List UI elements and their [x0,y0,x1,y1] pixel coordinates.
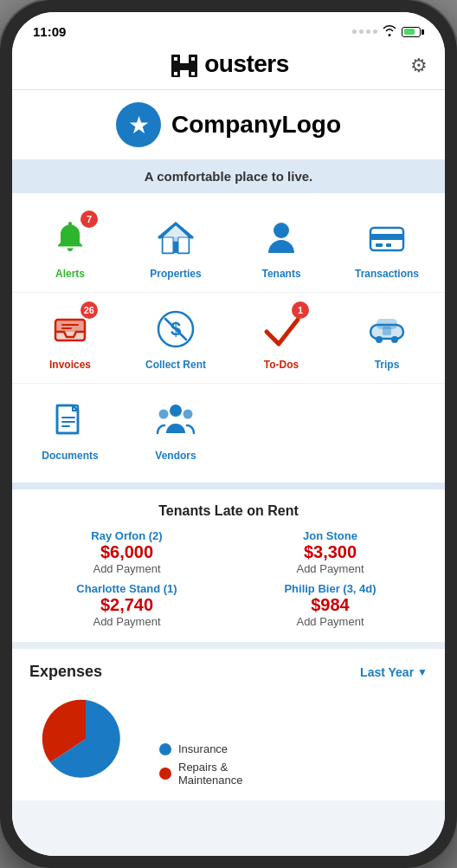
tenants-icon-wrapper [257,214,306,262]
alerts-icon-wrapper: 7 [46,214,94,262]
svg-rect-30 [57,405,78,433]
expenses-section: Expenses Last Year ▼ [12,649,445,800]
menu-item-todos[interactable]: 1 To-Dos [228,296,334,379]
svg-rect-13 [173,243,178,253]
app-logo: ousters [168,48,289,81]
todos-icon-wrapper: 1 [257,305,306,353]
expenses-filter[interactable]: Last Year ▼ [360,665,428,679]
svg-rect-18 [386,243,391,247]
battery-icon [402,27,424,37]
svg-rect-6 [191,72,195,75]
tenant-name-charlotte: Charlotte Stand (1) [76,582,177,595]
menu-row-2: 26 Invoices [12,293,445,384]
documents-icon [48,398,92,442]
invoices-icon-wrapper: 26 [46,305,94,353]
tenant-amount-philip: $984 [311,595,350,615]
menu-item-alerts[interactable]: 7 Alerts [17,205,123,288]
properties-icon-wrapper [151,214,200,262]
trips-icon [365,308,409,351]
tenant-name-jon: Jon Stone [303,529,357,542]
svg-rect-5 [174,72,177,75]
menu-item-collect-rent[interactable]: $ Collect Rent [123,296,228,379]
company-logo-circle: ★ [116,102,161,147]
svg-rect-12 [178,237,189,253]
properties-label: Properties [150,268,201,280]
legend-dot-repairs [159,768,171,780]
screen: 11:09 [12,12,445,856]
menu-item-trips[interactable]: Trips [334,296,440,379]
menu-item-transactions[interactable]: Transactions [334,205,440,288]
tagline-text: A comfortable place to live. [145,169,313,184]
svg-point-36 [183,410,193,419]
documents-icon-wrapper [46,396,94,444]
legend-dot-insurance [159,743,171,755]
vendors-icon [154,398,197,442]
menu-item-documents[interactable]: Documents [17,387,123,470]
late-rent-title: Tenants Late on Rent [29,503,428,519]
tenant-amount-ray: $6,000 [100,542,153,562]
tenant-name-philip: Philip Bier (3, 4d) [284,582,376,595]
svg-point-35 [159,410,169,419]
tenant-amount-jon: $3,300 [304,542,357,562]
documents-label: Documents [42,450,98,462]
svg-point-14 [274,223,289,238]
expenses-legend: Insurance Repairs &Maintenance [159,742,242,787]
svg-point-28 [391,336,398,343]
add-payment-charlotte[interactable]: Add Payment [93,615,160,628]
tenant-item-jon: Jon Stone $3,300 Add Payment [233,529,428,575]
expenses-header: Expenses Last Year ▼ [29,663,428,681]
menu-item-tenants[interactable]: Tenants [228,205,334,288]
properties-icon [154,217,197,260]
invoices-badge: 26 [80,301,98,319]
settings-button[interactable]: ⚙ [410,55,428,77]
menu-item-vendors[interactable]: Vendors [123,387,228,470]
add-payment-jon[interactable]: Add Payment [296,562,364,575]
svg-rect-3 [174,57,177,61]
chevron-down-icon: ▼ [417,666,428,678]
phone-inner: 11:09 [12,12,445,856]
transactions-icon [365,217,409,260]
trips-label: Trips [375,359,400,371]
legend-label-insurance: Insurance [178,742,228,755]
phone-frame: 11:09 [0,0,457,868]
signal-dot [352,29,357,34]
todos-badge: 1 [292,301,309,319]
transactions-label: Transactions [355,268,419,280]
late-rent-section: Tenants Late on Rent Ray Orfon (2) $6,00… [12,489,445,649]
tenant-item-philip: Philip Bier (3, 4d) $984 Add Payment [233,582,428,628]
menu-item-invoices[interactable]: 26 Invoices [17,296,123,379]
add-payment-ray[interactable]: Add Payment [93,562,160,575]
alerts-badge: 7 [80,211,98,228]
trips-icon-wrapper [363,305,411,353]
vendors-label: Vendors [155,450,196,462]
tenant-item-charlotte: Charlotte Stand (1) $2,740 Add Payment [29,582,224,628]
signal-dot [373,29,377,34]
status-icons [352,24,424,39]
tenants-label: Tenants [261,268,300,280]
alerts-label: Alerts [55,268,85,280]
svg-rect-4 [191,57,195,61]
collect-rent-icon: $ [154,308,197,351]
tenant-item-ray: Ray Orfon (2) $6,000 Add Payment [29,529,224,575]
signal-dots [352,29,377,34]
collect-rent-icon-wrapper: $ [151,305,200,353]
svg-rect-29 [383,327,391,335]
collect-rent-label: Collect Rent [145,359,206,371]
add-payment-philip[interactable]: Add Payment [296,615,364,628]
tenant-amount-charlotte: $2,740 [100,595,153,615]
tenants-icon [260,217,303,260]
menu-row-3: Documents [12,384,445,489]
invoices-label: Invoices [49,359,91,371]
menu-item-properties[interactable]: Properties [123,205,228,288]
expenses-filter-label: Last Year [360,665,414,679]
menu-row-1: 7 Alerts [12,193,445,293]
transactions-icon-wrapper [363,214,411,262]
company-banner: ★ CompanyLogo [12,90,445,160]
svg-rect-2 [171,63,197,70]
tenant-grid: Ray Orfon (2) $6,000 Add Payment Jon Sto… [29,529,428,628]
vendors-icon-wrapper [151,396,200,444]
tenant-name-ray: Ray Orfon (2) [91,529,162,542]
expense-pie-chart [29,691,142,787]
legend-label-repairs: Repairs &Maintenance [178,761,242,787]
logo-text: ousters [204,50,289,78]
